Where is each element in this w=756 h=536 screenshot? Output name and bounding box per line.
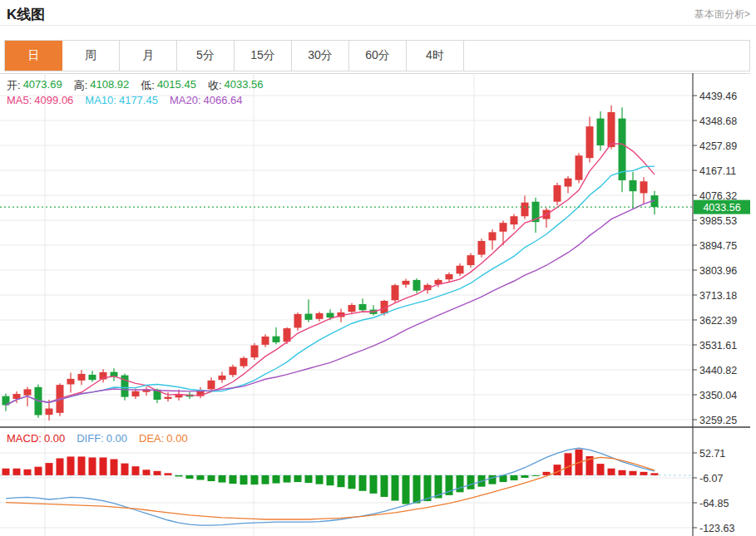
macd-bar	[13, 469, 21, 475]
low-label: 低:	[141, 78, 155, 93]
macd-bar	[230, 475, 237, 484]
candle-body	[230, 366, 237, 375]
kline-page: { "header": { "title": "K线图", "link": "基…	[0, 0, 756, 536]
candle-body	[273, 337, 280, 342]
macd-bar	[219, 475, 226, 483]
macd-bar	[24, 470, 32, 475]
candle-body	[467, 255, 475, 265]
price-tick-label: 3985.53	[699, 215, 737, 227]
macd-bar	[186, 475, 194, 479]
price-tick-label: 4257.89	[699, 140, 737, 152]
macd-bar	[403, 475, 410, 504]
macd-bar	[381, 475, 388, 497]
macd-bar	[111, 460, 118, 475]
candle-body	[565, 179, 572, 187]
price-tick-label: 4348.68	[699, 116, 737, 127]
candle-body	[403, 281, 410, 285]
macd-bar	[532, 475, 540, 476]
candle-body	[521, 203, 529, 217]
price-tick-label: 3531.61	[699, 340, 737, 352]
macd-bar	[57, 458, 64, 475]
price-tick-label: 3894.75	[699, 240, 737, 252]
candle-body	[640, 181, 648, 193]
macd-bar	[413, 475, 421, 504]
macd-bar	[327, 475, 334, 485]
macd-bar	[35, 467, 42, 475]
candle-body	[78, 374, 86, 381]
macd-bar	[338, 475, 345, 487]
ma20-value: 4066.64	[204, 94, 243, 106]
low-value: 4015.45	[157, 78, 196, 93]
macd-bar	[608, 469, 615, 475]
macd-bar	[46, 463, 53, 475]
candle-body	[446, 274, 453, 279]
macd-bar	[392, 475, 399, 501]
macd-bar	[316, 475, 324, 484]
candle-body	[348, 305, 356, 312]
macd-bar	[78, 456, 86, 475]
macd-bar	[262, 475, 269, 484]
macd-bar	[457, 475, 464, 492]
macd-bar	[284, 475, 291, 483]
macd-bar	[240, 475, 248, 484]
macd-bar	[208, 475, 215, 481]
macd-label: MACD:	[7, 432, 42, 445]
candle-body	[165, 397, 172, 399]
candle-body	[294, 314, 302, 328]
candle-body	[89, 375, 96, 380]
candle-body	[392, 285, 399, 300]
candle-body	[305, 314, 313, 320]
ma5-label: MA5:	[7, 94, 32, 106]
price-tick-label: 3622.39	[699, 315, 737, 327]
candle-body	[597, 119, 605, 145]
macd-bar	[67, 456, 75, 475]
macd-bar	[132, 466, 140, 475]
price-tick-label: 4167.11	[699, 165, 736, 177]
dea-label: DEA:	[139, 432, 164, 445]
high-value: 4108.92	[90, 78, 129, 93]
candle-body	[608, 112, 615, 147]
ma5-value: 4099.06	[34, 94, 73, 106]
dea-value: 0.00	[166, 432, 187, 445]
candle-body	[489, 232, 497, 240]
macd-tick-label: -64.85	[699, 498, 729, 509]
candle-body	[576, 155, 583, 179]
ohlc-legend: 开:4073.69 高:4108.92 低:4015.45 收:4033.56	[7, 78, 264, 93]
candle-body	[67, 379, 75, 385]
candle-body	[457, 266, 464, 274]
diff-label: DIFF:	[77, 432, 104, 445]
macd-bar	[2, 469, 10, 475]
candle-body	[630, 180, 637, 191]
macd-bar	[305, 475, 313, 483]
macd-tick-label: -123.63	[699, 523, 734, 534]
macd-bar	[554, 465, 561, 475]
close-value: 4033.56	[225, 78, 264, 93]
macd-bar	[143, 470, 151, 475]
macd-bar	[521, 475, 529, 478]
macd-bar	[359, 475, 367, 491]
price-tick-label: 4439.46	[699, 91, 737, 102]
ma-legend: MA5:4099.06 MA10:4177.45 MA20:4066.64	[7, 94, 243, 106]
macd-bar	[165, 473, 172, 475]
last-price-badge-label: 4033.56	[703, 202, 740, 214]
macd-bar	[489, 475, 497, 484]
candle-body	[132, 391, 140, 396]
price-tick-label: 3713.18	[699, 290, 737, 302]
candle-body	[316, 313, 324, 319]
candle-body	[359, 304, 367, 310]
price-tick-label: 3259.25	[699, 415, 737, 426]
price-tick-label: 3350.04	[699, 390, 737, 401]
open-label: 开:	[7, 78, 21, 93]
macd-bar	[630, 471, 637, 475]
candle-body	[46, 409, 53, 416]
close-label: 收:	[208, 78, 222, 93]
macd-bar	[175, 475, 183, 477]
candle-body	[251, 346, 259, 358]
macd-bar	[511, 475, 518, 480]
candle-body	[413, 280, 421, 291]
macd-bar	[348, 475, 356, 489]
price-tick-label: 3440.82	[699, 365, 737, 376]
ma20-label: MA20:	[170, 94, 201, 106]
ma10-label: MA10:	[85, 94, 116, 106]
macd-tick-label: -6.07	[699, 473, 724, 484]
